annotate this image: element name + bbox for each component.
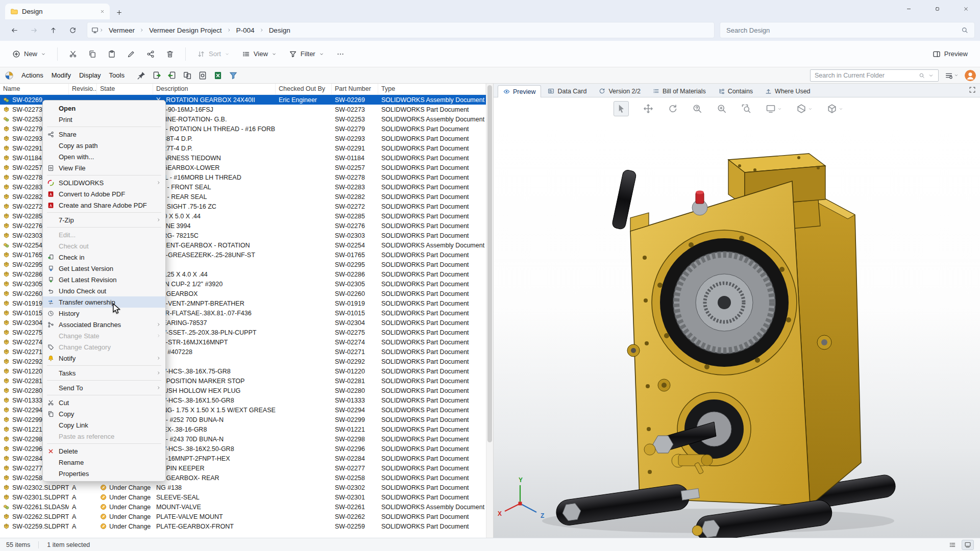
tab-close-icon[interactable] — [100, 9, 105, 14]
tab-version-2-2[interactable]: Version 2/2 — [593, 85, 646, 97]
menu-item[interactable]: Copy Link — [43, 419, 165, 431]
menu-item[interactable]: Print — [43, 114, 165, 125]
display-mode-tool[interactable] — [766, 104, 782, 114]
large-icons-view-button[interactable] — [962, 540, 974, 550]
zoom-in-tool[interactable] — [717, 104, 727, 114]
pdm-menu-actions[interactable]: Actions — [17, 69, 47, 81]
maximize-button[interactable] — [923, 0, 951, 17]
menu-item[interactable]: Open — [43, 103, 165, 114]
up-button[interactable] — [44, 22, 62, 38]
column-header[interactable]: Description — [153, 84, 276, 94]
file-row[interactable]: SW-02301.SLDPRTAUnder ChangeSLEEVE-SEALS… — [0, 492, 486, 502]
details-view-button[interactable] — [946, 540, 959, 550]
back-button[interactable] — [5, 22, 23, 38]
column-header[interactable]: Part Number — [332, 84, 378, 94]
menu-item[interactable]: 7-Zip — [43, 214, 165, 226]
column-header[interactable]: State — [97, 84, 153, 94]
tab-where-used[interactable]: Where Used — [760, 85, 816, 97]
rename-button[interactable] — [122, 45, 140, 63]
file-row[interactable]: SW-02261.SLDASMAUnder ChangeMOUNT-VALVES… — [0, 502, 486, 512]
tab-data-card[interactable]: Data Card — [542, 85, 592, 97]
copy-tree-icon[interactable] — [183, 71, 192, 80]
user-avatar[interactable] — [965, 70, 976, 81]
copy-button[interactable] — [83, 45, 102, 63]
menu-item[interactable]: Undo Check out — [43, 285, 165, 296]
menu-item[interactable]: Send To — [43, 382, 165, 393]
rotate-tool[interactable] — [668, 104, 678, 114]
column-filter-icon[interactable] — [229, 71, 238, 80]
column-header[interactable]: Revisio... — [69, 84, 97, 94]
menu-item[interactable]: Cut — [43, 397, 165, 408]
menu-item[interactable]: Associated Branches — [43, 319, 165, 330]
pdm-view-options-button[interactable] — [945, 71, 959, 80]
menu-item[interactable]: Notify — [43, 353, 165, 364]
filter-button[interactable]: Filter — [284, 46, 329, 62]
zoom-question-tool[interactable] — [692, 104, 702, 114]
explorer-tab[interactable]: Design — [5, 4, 110, 19]
menu-item[interactable]: Delete — [43, 445, 165, 457]
menu-item[interactable]: Copy as path — [43, 140, 165, 151]
menu-item[interactable]: Share — [43, 129, 165, 140]
cut-button[interactable] — [64, 45, 82, 63]
pdm-search-box[interactable]: Search in Current Folder — [810, 69, 939, 82]
column-header[interactable]: Type — [378, 84, 486, 94]
file-row[interactable]: SW-02302.SLDPRTAUnder ChangeNG #138SW-02… — [0, 483, 486, 492]
share-button[interactable] — [141, 45, 160, 63]
file-list-scrollbar[interactable] — [486, 84, 493, 538]
model-viewport[interactable]: X Y Z — [494, 120, 980, 538]
menu-item[interactable]: SOLIDWORKS — [43, 177, 165, 188]
menu-item[interactable]: Tasks — [43, 367, 165, 379]
forward-button[interactable] — [24, 22, 43, 38]
breadcrumb-item[interactable]: Vermeer — [105, 25, 139, 36]
pdm-menu-display[interactable]: Display — [75, 69, 105, 81]
menu-item[interactable]: Create and Share Adobe PDF — [43, 199, 165, 211]
tab-bill-of-materials[interactable]: Bill of Materials — [647, 85, 712, 97]
cursor-tool[interactable] — [614, 101, 629, 116]
breadcrumb-item[interactable]: P-004 — [232, 25, 259, 36]
more-button[interactable] — [331, 45, 350, 63]
menu-item[interactable]: Get Latest Version — [43, 263, 165, 274]
pin-icon[interactable] — [137, 71, 146, 80]
search-box[interactable]: Search Design — [720, 22, 975, 38]
export-excel-icon[interactable] — [213, 71, 223, 80]
tab-preview[interactable]: Preview — [498, 85, 541, 97]
refresh-button[interactable] — [63, 22, 82, 38]
document-preview-icon[interactable] — [198, 71, 207, 80]
view-button[interactable]: View — [237, 46, 282, 62]
preview-toggle-button[interactable]: Preview — [927, 46, 973, 62]
file-row[interactable]: SW-02262.SLDPRTAUnder ChangePLATE-VALVE … — [0, 512, 486, 521]
menu-item[interactable]: Open with... — [43, 151, 165, 162]
menu-item[interactable]: Rename — [43, 457, 165, 468]
pdm-menu-modify[interactable]: Modify — [47, 69, 75, 81]
paste-button[interactable] — [103, 45, 121, 63]
pdm-menu-tools[interactable]: Tools — [105, 69, 129, 81]
check-out-icon[interactable] — [152, 71, 161, 80]
menu-item[interactable]: Check in — [43, 252, 165, 263]
menu-item[interactable]: Transfer ownership — [43, 296, 165, 308]
column-header[interactable]: Checked Out By — [276, 84, 332, 94]
column-header[interactable]: Name — [0, 84, 69, 94]
new-tab-button[interactable] — [116, 9, 122, 16]
menu-item[interactable]: History — [43, 308, 165, 319]
delete-button[interactable] — [161, 45, 179, 63]
minimize-button[interactable] — [894, 0, 923, 17]
menu-item[interactable]: Get Latest Revision — [43, 274, 165, 285]
fullscreen-icon[interactable] — [969, 86, 976, 93]
new-button[interactable]: New — [7, 46, 51, 62]
breadcrumb-item[interactable]: Vermeer Design Project — [145, 25, 226, 36]
view-orientation-tool[interactable] — [827, 104, 843, 114]
close-button[interactable] — [951, 0, 980, 17]
zoom-area-tool[interactable] — [741, 104, 751, 114]
menu-item[interactable]: Properties — [43, 468, 165, 479]
pan-tool[interactable] — [643, 104, 653, 114]
tab-contains[interactable]: Contains — [713, 85, 758, 97]
check-in-icon[interactable] — [167, 71, 177, 80]
scrollbar-thumb[interactable] — [487, 85, 492, 442]
section-view-tool[interactable] — [796, 104, 813, 114]
menu-item[interactable]: Copy — [43, 408, 165, 419]
file-row[interactable]: SW-02259.SLDPRTAUnder ChangePLATE-GEARBO… — [0, 521, 486, 531]
menu-item[interactable]: Convert to Adobe PDF — [43, 188, 165, 199]
menu-item[interactable]: View File — [43, 162, 165, 173]
sort-button[interactable]: Sort — [192, 46, 235, 62]
breadcrumb-item[interactable]: Design — [265, 25, 295, 36]
